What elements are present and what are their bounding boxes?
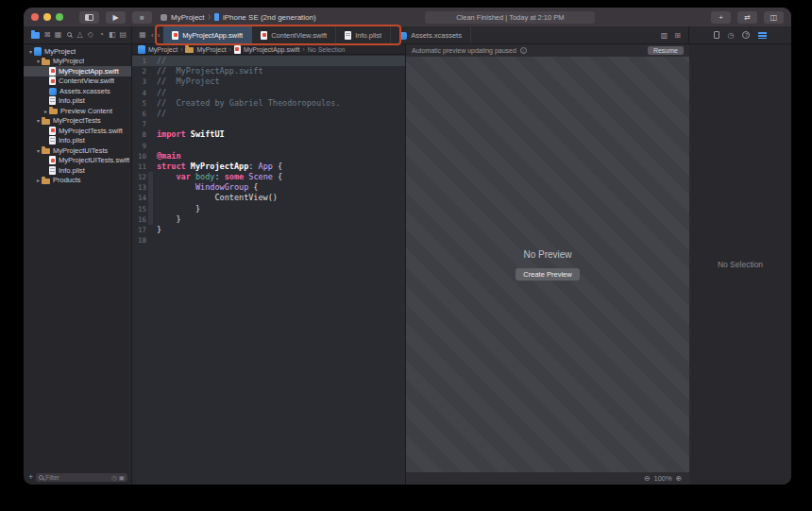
- test-navigator-icon[interactable]: ◇: [86, 30, 94, 40]
- file-tree-row-assets-xcassets[interactable]: Assets.xcassets: [24, 86, 131, 96]
- code-text: var body: some Scene {: [153, 172, 282, 182]
- related-items-icon[interactable]: ▦: [138, 30, 147, 40]
- code-line[interactable]: 10@main: [132, 151, 405, 162]
- project-navigator-icon[interactable]: [31, 32, 40, 39]
- stop-button[interactable]: ■: [132, 11, 152, 24]
- code-line[interactable]: 12 var body: some Scene {: [132, 172, 405, 182]
- editor-swap-button[interactable]: ⇄: [737, 11, 757, 24]
- code-line[interactable]: 3// MyProject: [132, 77, 405, 87]
- code-line[interactable]: 2// MyProjectApp.swift: [132, 66, 405, 77]
- file-tree-row-products[interactable]: ▸Products: [24, 176, 131, 186]
- code-line[interactable]: 11struct MyProjectApp: App {: [132, 162, 405, 172]
- minimize-window-button[interactable]: [43, 13, 51, 21]
- question-icon: ?: [742, 31, 750, 39]
- zoom-window-button[interactable]: [56, 13, 63, 21]
- zoom-in-icon[interactable]: ⊕: [676, 474, 682, 483]
- code-line[interactable]: 5// Created by Gabriel Theodoropoulos.: [132, 98, 405, 109]
- recent-files-filter-icon[interactable]: ◷: [111, 474, 117, 481]
- code-line[interactable]: 13 WindowGroup {: [132, 182, 405, 193]
- file-tree-row-myprojecttests-swift[interactable]: MyProjectTests.swift: [24, 126, 131, 136]
- file-tree-row-myprojectuitests-swift[interactable]: MyProjectUITests.swift: [24, 156, 131, 166]
- add-editor-icon[interactable]: ⊞: [674, 31, 681, 40]
- quick-help-inspector-icon[interactable]: ?: [742, 31, 750, 39]
- info-icon[interactable]: i: [520, 47, 527, 54]
- title-bar: ▶ ■ MyProject 〉 iPhone SE (2nd generatio…: [24, 8, 791, 26]
- line-number: 3: [132, 77, 146, 87]
- file-tree-row-info-plist[interactable]: Info.plist: [24, 165, 131, 176]
- file-tree-row-myproject[interactable]: ▾MyProject: [24, 57, 131, 67]
- file-tree-row-contentview-swift[interactable]: ContentView.swift: [24, 77, 131, 87]
- history-inspector-icon[interactable]: ◷: [728, 31, 735, 40]
- folder-file-icon: [42, 119, 50, 125]
- editor-options-icon[interactable]: ▥: [661, 31, 668, 40]
- scheme-device-label[interactable]: iPhone SE (2nd generation): [223, 13, 316, 22]
- disclosure-triangle-icon[interactable]: ▾: [35, 58, 42, 64]
- plist-file-icon: [49, 96, 56, 105]
- code-line[interactable]: 15 }: [132, 204, 405, 214]
- breadcrumb-item[interactable]: MyProjectApp.swift: [234, 45, 300, 54]
- code-line[interactable]: 18: [132, 235, 405, 246]
- code-line[interactable]: 1//: [132, 56, 405, 66]
- breadcrumb-item[interactable]: No Selection: [308, 46, 346, 53]
- code-line[interactable]: 6//: [132, 109, 405, 119]
- source-control-navigator-icon[interactable]: ⊠: [42, 30, 51, 40]
- plist-file-icon: [49, 166, 56, 175]
- close-window-button[interactable]: [31, 13, 39, 21]
- file-tree-row-preview-content[interactable]: ▸Preview Content: [24, 106, 131, 116]
- file-tree-row-myprojecttests[interactable]: ▾MyProjectTests: [24, 116, 131, 127]
- resume-button[interactable]: Resume: [648, 46, 684, 55]
- code-line[interactable]: 9: [132, 141, 405, 151]
- forward-icon[interactable]: ›: [158, 31, 161, 40]
- code-line[interactable]: 4//: [132, 88, 405, 98]
- code-line[interactable]: 14 ContentView(): [132, 193, 405, 203]
- no-preview-label: No Preview: [523, 249, 571, 260]
- run-button[interactable]: ▶: [106, 11, 126, 24]
- file-tree-row-myprojectapp-swift[interactable]: MyProjectApp.swift: [24, 66, 131, 77]
- scheme-selector[interactable]: MyProject 〉 iPhone SE (2nd generation): [161, 13, 316, 22]
- code-line[interactable]: 16 }: [132, 214, 405, 225]
- code-area[interactable]: 1//2// MyProjectApp.swift3// MyProject4/…: [132, 55, 405, 485]
- disclosure-triangle-icon[interactable]: ▸: [35, 177, 42, 183]
- code-text: //: [153, 109, 166, 119]
- breadcrumb-label: MyProject: [148, 46, 178, 53]
- breadcrumb-item[interactable]: MyProject: [138, 45, 178, 54]
- create-preview-button[interactable]: Create Preview: [516, 268, 579, 281]
- code-line[interactable]: 7: [132, 119, 405, 129]
- code-text: //: [153, 56, 166, 66]
- code-line[interactable]: 8import SwiftUI: [132, 129, 405, 140]
- file-tree-row-myprojectuitests[interactable]: ▾MyProjectUITests: [24, 145, 131, 156]
- symbol-navigator-icon[interactable]: ▦: [54, 30, 62, 40]
- disclosure-triangle-icon[interactable]: ▸: [42, 108, 49, 114]
- toggle-inspector-button[interactable]: ◫: [764, 11, 784, 24]
- file-inspector-icon[interactable]: [714, 31, 719, 39]
- debug-navigator-icon[interactable]: ◔: [97, 30, 106, 40]
- report-navigator-icon[interactable]: ▤: [119, 30, 127, 40]
- toggle-navigator-button[interactable]: [79, 11, 99, 24]
- find-navigator-icon[interactable]: [64, 30, 73, 40]
- file-tree-row-info-plist[interactable]: Info.plist: [24, 136, 131, 146]
- file-tree-row-info-plist[interactable]: Info.plist: [24, 96, 131, 107]
- issue-navigator-icon[interactable]: △: [76, 30, 84, 40]
- disclosure-triangle-icon[interactable]: ▾: [35, 117, 42, 124]
- back-icon[interactable]: ‹: [151, 31, 154, 40]
- zoom-out-icon[interactable]: ⊖: [644, 474, 650, 483]
- filter-field[interactable]: Filter ◷ ▣: [36, 473, 127, 482]
- add-file-button[interactable]: +: [28, 473, 33, 482]
- source-control-filter-icon[interactable]: ▣: [119, 474, 125, 481]
- tab-contentview-swift[interactable]: ContentView.swift: [252, 26, 336, 43]
- scheme-project-label[interactable]: MyProject: [171, 13, 205, 22]
- xcode-window: ▶ ■ MyProject 〉 iPhone SE (2nd generatio…: [24, 8, 791, 485]
- breakpoint-navigator-icon[interactable]: ◧: [108, 30, 116, 40]
- file-tree-row-myproject[interactable]: ▾MyProject: [24, 46, 131, 57]
- library-button[interactable]: +: [711, 11, 731, 24]
- tab-myprojectapp-swift[interactable]: MyProjectApp.swift: [163, 26, 252, 43]
- lines-inspector-icon[interactable]: [758, 31, 767, 39]
- file-name-label: Info.plist: [59, 166, 85, 175]
- code-line[interactable]: 17}: [132, 225, 405, 235]
- breadcrumb-item[interactable]: MyProject: [185, 45, 226, 53]
- disclosure-triangle-icon[interactable]: ▾: [27, 48, 34, 55]
- disclosure-triangle-icon[interactable]: ▾: [35, 147, 42, 154]
- tab-assets-xcassets[interactable]: Assets.xcassets: [391, 26, 471, 43]
- tab-info-plist[interactable]: Info.plist: [336, 26, 391, 43]
- zoom-level-label[interactable]: 100%: [654, 474, 672, 483]
